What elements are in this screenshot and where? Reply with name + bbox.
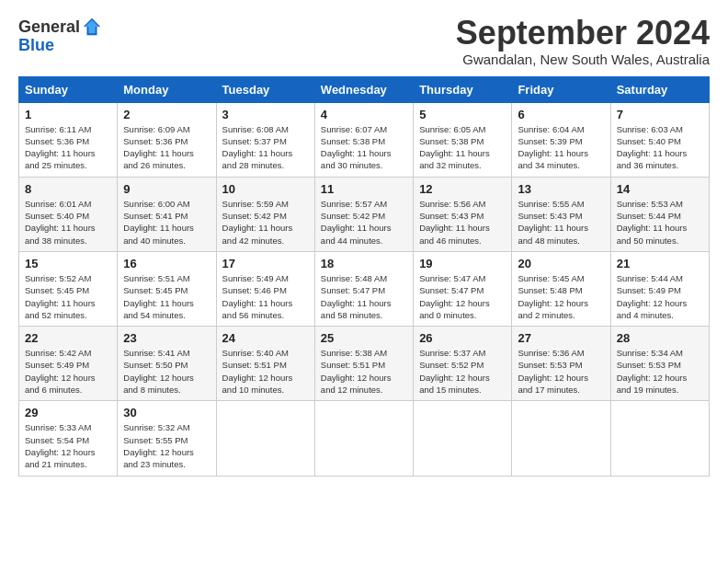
calendar-cell: 2Sunrise: 6:09 AM Sunset: 5:36 PM Daylig… — [118, 102, 216, 177]
calendar-cell: 21Sunrise: 5:44 AM Sunset: 5:49 PM Dayli… — [610, 251, 709, 326]
day-number: 13 — [518, 182, 605, 196]
header: General Blue September 2024 Gwandalan, N… — [18, 15, 710, 67]
day-number: 23 — [123, 331, 210, 345]
calendar-cell: 4Sunrise: 6:07 AM Sunset: 5:38 PM Daylig… — [314, 102, 413, 177]
day-number: 1 — [25, 108, 112, 121]
calendar-cell — [414, 401, 512, 476]
calendar-cell: 10Sunrise: 5:59 AM Sunset: 5:42 PM Dayli… — [216, 177, 314, 251]
day-number: 25 — [321, 331, 408, 345]
logo-blue-text: Blue — [18, 37, 102, 55]
calendar-cell: 15Sunrise: 5:52 AM Sunset: 5:45 PM Dayli… — [19, 251, 118, 326]
day-info: Sunrise: 6:01 AM Sunset: 5:40 PM Dayligh… — [25, 198, 112, 247]
calendar-cell — [512, 401, 610, 476]
day-info: Sunrise: 5:55 AM Sunset: 5:43 PM Dayligh… — [518, 198, 605, 247]
day-number: 30 — [123, 406, 210, 419]
day-number: 6 — [518, 108, 605, 121]
calendar-week-row: 22Sunrise: 5:42 AM Sunset: 5:49 PM Dayli… — [19, 327, 710, 401]
subtitle: Gwandalan, New South Wales, Australia — [456, 52, 710, 67]
calendar-cell — [216, 401, 314, 476]
calendar-cell: 3Sunrise: 6:08 AM Sunset: 5:37 PM Daylig… — [216, 102, 314, 177]
day-number: 11 — [321, 182, 408, 196]
day-number: 20 — [518, 257, 605, 270]
day-info: Sunrise: 5:41 AM Sunset: 5:50 PM Dayligh… — [123, 347, 210, 396]
day-info: Sunrise: 6:09 AM Sunset: 5:36 PM Dayligh… — [123, 123, 210, 172]
calendar-week-row: 15Sunrise: 5:52 AM Sunset: 5:45 PM Dayli… — [19, 251, 710, 326]
day-number: 24 — [222, 331, 310, 345]
day-info: Sunrise: 5:59 AM Sunset: 5:42 PM Dayligh… — [222, 198, 310, 247]
day-info: Sunrise: 5:52 AM Sunset: 5:45 PM Dayligh… — [25, 272, 112, 321]
calendar-cell: 1Sunrise: 6:11 AM Sunset: 5:36 PM Daylig… — [19, 102, 118, 177]
calendar-cell: 25Sunrise: 5:38 AM Sunset: 5:51 PM Dayli… — [314, 327, 413, 401]
day-info: Sunrise: 6:00 AM Sunset: 5:41 PM Dayligh… — [123, 198, 210, 247]
title-block: September 2024 Gwandalan, New South Wale… — [456, 15, 710, 67]
day-number: 5 — [419, 108, 506, 121]
day-info: Sunrise: 5:47 AM Sunset: 5:47 PM Dayligh… — [419, 272, 506, 321]
calendar-cell: 29Sunrise: 5:33 AM Sunset: 5:54 PM Dayli… — [19, 401, 118, 476]
calendar-cell: 18Sunrise: 5:48 AM Sunset: 5:47 PM Dayli… — [314, 251, 413, 326]
calendar: SundayMondayTuesdayWednesdayThursdayFrid… — [18, 76, 710, 477]
calendar-header-saturday: Saturday — [610, 76, 709, 102]
day-number: 14 — [617, 182, 704, 196]
calendar-header-thursday: Thursday — [414, 76, 512, 102]
calendar-header-tuesday: Tuesday — [216, 76, 314, 102]
day-info: Sunrise: 5:51 AM Sunset: 5:45 PM Dayligh… — [123, 272, 210, 321]
calendar-cell: 6Sunrise: 6:04 AM Sunset: 5:39 PM Daylig… — [512, 102, 610, 177]
calendar-cell: 22Sunrise: 5:42 AM Sunset: 5:49 PM Dayli… — [19, 327, 118, 401]
day-number: 2 — [123, 108, 210, 121]
day-number: 15 — [25, 257, 112, 270]
day-number: 9 — [123, 182, 210, 196]
day-info: Sunrise: 5:49 AM Sunset: 5:46 PM Dayligh… — [222, 272, 310, 321]
day-info: Sunrise: 5:45 AM Sunset: 5:48 PM Dayligh… — [518, 272, 605, 321]
day-info: Sunrise: 5:44 AM Sunset: 5:49 PM Dayligh… — [617, 272, 704, 321]
calendar-cell: 16Sunrise: 5:51 AM Sunset: 5:45 PM Dayli… — [118, 251, 216, 326]
month-title: September 2024 — [456, 15, 710, 52]
day-info: Sunrise: 5:48 AM Sunset: 5:47 PM Dayligh… — [321, 272, 408, 321]
day-info: Sunrise: 5:34 AM Sunset: 5:53 PM Dayligh… — [617, 347, 704, 396]
calendar-week-row: 1Sunrise: 6:11 AM Sunset: 5:36 PM Daylig… — [19, 102, 710, 177]
day-info: Sunrise: 5:38 AM Sunset: 5:51 PM Dayligh… — [321, 347, 408, 396]
calendar-cell: 23Sunrise: 5:41 AM Sunset: 5:50 PM Dayli… — [118, 327, 216, 401]
day-info: Sunrise: 5:53 AM Sunset: 5:44 PM Dayligh… — [617, 198, 704, 247]
day-info: Sunrise: 6:08 AM Sunset: 5:37 PM Dayligh… — [222, 123, 310, 172]
calendar-cell: 30Sunrise: 5:32 AM Sunset: 5:55 PM Dayli… — [118, 401, 216, 476]
calendar-cell: 9Sunrise: 6:00 AM Sunset: 5:41 PM Daylig… — [118, 177, 216, 251]
calendar-cell: 26Sunrise: 5:37 AM Sunset: 5:52 PM Dayli… — [414, 327, 512, 401]
calendar-cell: 19Sunrise: 5:47 AM Sunset: 5:47 PM Dayli… — [414, 251, 512, 326]
day-number: 16 — [123, 257, 210, 270]
calendar-cell: 5Sunrise: 6:05 AM Sunset: 5:38 PM Daylig… — [414, 102, 512, 177]
calendar-week-row: 29Sunrise: 5:33 AM Sunset: 5:54 PM Dayli… — [19, 401, 710, 476]
day-info: Sunrise: 6:07 AM Sunset: 5:38 PM Dayligh… — [321, 123, 408, 172]
calendar-cell: 7Sunrise: 6:03 AM Sunset: 5:40 PM Daylig… — [610, 102, 709, 177]
day-info: Sunrise: 5:32 AM Sunset: 5:55 PM Dayligh… — [123, 421, 210, 470]
calendar-cell: 24Sunrise: 5:40 AM Sunset: 5:51 PM Dayli… — [216, 327, 314, 401]
day-info: Sunrise: 6:05 AM Sunset: 5:38 PM Dayligh… — [419, 123, 506, 172]
calendar-cell: 17Sunrise: 5:49 AM Sunset: 5:46 PM Dayli… — [216, 251, 314, 326]
calendar-cell — [610, 401, 709, 476]
calendar-header-row: SundayMondayTuesdayWednesdayThursdayFrid… — [19, 76, 710, 102]
day-info: Sunrise: 5:56 AM Sunset: 5:43 PM Dayligh… — [419, 198, 506, 247]
calendar-header-friday: Friday — [512, 76, 610, 102]
day-number: 28 — [617, 331, 704, 345]
calendar-cell: 11Sunrise: 5:57 AM Sunset: 5:42 PM Dayli… — [314, 177, 413, 251]
day-number: 3 — [222, 108, 310, 121]
day-number: 12 — [419, 182, 506, 196]
day-number: 19 — [419, 257, 506, 270]
calendar-cell: 20Sunrise: 5:45 AM Sunset: 5:48 PM Dayli… — [512, 251, 610, 326]
day-info: Sunrise: 5:40 AM Sunset: 5:51 PM Dayligh… — [222, 347, 310, 396]
logo-general-text: General — [18, 18, 80, 37]
calendar-cell — [314, 401, 413, 476]
day-number: 7 — [617, 108, 704, 121]
day-info: Sunrise: 6:04 AM Sunset: 5:39 PM Dayligh… — [518, 123, 605, 172]
day-number: 17 — [222, 257, 310, 270]
logo-icon — [82, 17, 102, 37]
day-number: 29 — [25, 406, 112, 419]
day-number: 22 — [25, 331, 112, 345]
calendar-cell: 8Sunrise: 6:01 AM Sunset: 5:40 PM Daylig… — [19, 177, 118, 251]
day-number: 18 — [321, 257, 408, 270]
calendar-cell: 27Sunrise: 5:36 AM Sunset: 5:53 PM Dayli… — [512, 327, 610, 401]
day-number: 8 — [25, 182, 112, 196]
day-info: Sunrise: 5:57 AM Sunset: 5:42 PM Dayligh… — [321, 198, 408, 247]
calendar-cell: 14Sunrise: 5:53 AM Sunset: 5:44 PM Dayli… — [610, 177, 709, 251]
calendar-header-wednesday: Wednesday — [314, 76, 413, 102]
day-info: Sunrise: 6:11 AM Sunset: 5:36 PM Dayligh… — [25, 123, 112, 172]
